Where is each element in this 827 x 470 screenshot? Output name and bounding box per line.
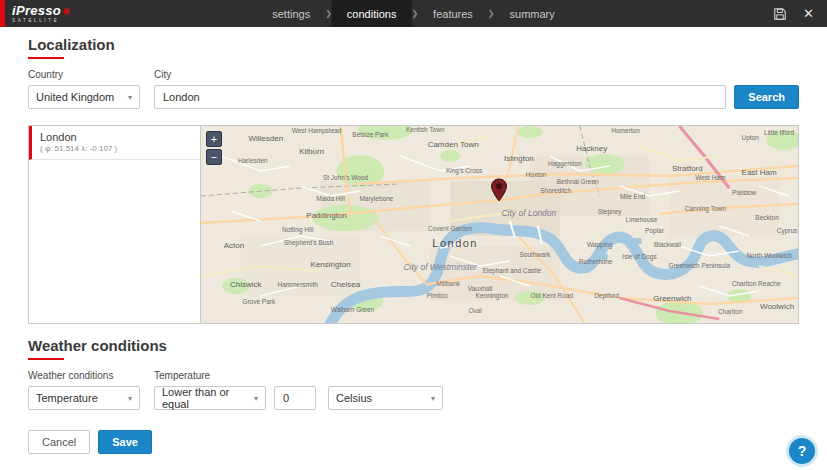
city-label: City xyxy=(154,69,726,80)
map-place-label: Limehouse xyxy=(626,216,658,223)
localization-form-row: Country United Kingdom ▾ City Search xyxy=(28,69,799,109)
weather-condition-field-group: Weather conditions Temperature ▾ xyxy=(28,370,140,410)
map-place-label: East Ham xyxy=(742,168,777,177)
map-marker-pin-icon[interactable] xyxy=(490,178,508,206)
city-input[interactable] xyxy=(154,85,726,109)
map-place-label: Isle of Dogs xyxy=(622,253,656,260)
map-widget: London ( φ: 51.514 λ: -0.107 ) xyxy=(28,125,799,324)
map-place-label: Little Ilford xyxy=(764,129,794,136)
weather-condition-select[interactable]: Temperature ▾ xyxy=(28,386,140,410)
map-place-label: Chelsea xyxy=(331,280,360,289)
map-place-label: Belsize Park xyxy=(352,131,388,138)
map-place-label: Chiswick xyxy=(230,280,262,289)
map-place-label: Haggerston xyxy=(548,159,582,166)
map-place-label: Grove Park xyxy=(242,298,275,305)
map-result-name: London xyxy=(40,131,192,143)
weather-condition-select-value: Temperature xyxy=(36,392,98,404)
chevron-down-icon: ▾ xyxy=(423,394,435,403)
country-label: Country xyxy=(28,69,140,80)
chevron-down-icon: ▾ xyxy=(120,93,132,102)
map-place-label: London xyxy=(432,237,478,249)
header-actions: ✕ xyxy=(773,7,827,21)
temperature-label: Temperature xyxy=(154,370,266,381)
map-place-label: Blackwall xyxy=(654,241,681,248)
map-place-label: Wapping xyxy=(587,241,612,248)
map-place-label: Southwark xyxy=(520,251,551,258)
map-place-label: Poplar xyxy=(645,227,664,234)
breadcrumb-item-summary[interactable]: summary xyxy=(495,0,570,27)
map-place-label: Islington xyxy=(504,154,534,163)
map-place-label: St John's Wood xyxy=(323,174,368,181)
map-place-label: Stratford xyxy=(672,164,703,173)
breadcrumb: settings❯conditions❯features❯summary xyxy=(257,0,570,27)
temperature-comparator-select[interactable]: Lower than or equal ▾ xyxy=(154,386,266,410)
save-button[interactable]: Save xyxy=(98,430,152,454)
map-place-label: Marylebone xyxy=(359,194,393,201)
map-place-label: Kilburn xyxy=(299,147,324,156)
map-place-label: Vauxhall xyxy=(468,285,492,292)
heading-accent xyxy=(28,57,64,59)
map-place-label: Woolwich xyxy=(760,302,794,311)
weather-title: Weather conditions xyxy=(28,336,799,356)
help-button[interactable]: ? xyxy=(789,438,815,464)
temperature-field-group: Temperature Lower than or equal ▾ xyxy=(154,370,266,410)
logo-text: iPresso xyxy=(12,3,61,18)
map-zoom-in-button[interactable]: + xyxy=(206,131,222,147)
map-place-label: Greenwich xyxy=(653,294,691,303)
map-place-label: Walham Green xyxy=(331,306,374,313)
map-place-label: Notting Hill xyxy=(282,226,313,233)
map-place-label: Plaistow xyxy=(732,188,756,195)
map-place-label: Harlesden xyxy=(238,156,268,163)
top-bar: iPresso✳ SATELLITE settings❯conditions❯f… xyxy=(0,0,827,27)
breadcrumb-separator-icon: ❯ xyxy=(488,9,495,18)
map-zoom-out-button[interactable]: − xyxy=(206,149,222,165)
country-select-value: United Kingdom xyxy=(36,91,114,103)
temperature-unit-select[interactable]: Celsius ▾ xyxy=(328,386,443,410)
search-button[interactable]: Search xyxy=(734,85,799,109)
map-result-coordinates: ( φ: 51.514 λ: -0.107 ) xyxy=(40,144,192,153)
map-canvas[interactable]: West HampsteadBelsize ParkKentish TownHo… xyxy=(201,126,798,323)
map-place-label: Greenwich Peninsula xyxy=(669,261,730,268)
map-place-label: Hammersmith xyxy=(277,281,317,288)
breadcrumb-item-settings[interactable]: settings xyxy=(257,0,325,27)
map-place-label: Millbank xyxy=(436,280,460,287)
temperature-unit-value: Celsius xyxy=(336,392,372,404)
temperature-comparator-value: Lower than or equal xyxy=(162,386,246,410)
map-place-label: West Hampstead xyxy=(292,127,342,134)
map-place-label: Pimlico xyxy=(427,292,448,299)
close-icon[interactable]: ✕ xyxy=(803,7,814,20)
save-icon[interactable] xyxy=(773,7,787,21)
map-place-label: Kentish Town xyxy=(406,126,445,133)
temperature-value-input[interactable] xyxy=(274,386,316,410)
map-place-label: Hoxton xyxy=(526,171,547,178)
map-place-label: Canning Town xyxy=(685,205,726,212)
localization-title: Localization xyxy=(28,35,799,55)
breadcrumb-separator-icon: ❯ xyxy=(411,9,418,18)
logo-subtitle: SATELLITE xyxy=(12,19,71,24)
breadcrumb-item-features[interactable]: features xyxy=(418,0,488,27)
heading-accent xyxy=(28,358,64,360)
map-place-label: City of Westminster xyxy=(403,262,477,272)
breadcrumb-separator-icon: ❯ xyxy=(325,9,332,18)
map-place-label: Maida Hill xyxy=(316,194,345,201)
country-select[interactable]: United Kingdom ▾ xyxy=(28,85,140,109)
map-place-label: Hackney xyxy=(576,144,607,153)
brand-accent-bar xyxy=(0,0,5,27)
breadcrumb-item-conditions[interactable]: conditions xyxy=(332,0,412,27)
map-zoom-controls: + − xyxy=(206,131,222,165)
map-place-label: Upton xyxy=(741,134,758,141)
map-place-label: Shepherd's Bush xyxy=(284,239,333,246)
cancel-button[interactable]: Cancel xyxy=(28,430,90,454)
map-place-label: Elephant and Castle xyxy=(483,266,542,273)
map-place-label: Shoreditch xyxy=(540,187,571,194)
weather-condition-label: Weather conditions xyxy=(28,370,140,381)
map-results-panel: London ( φ: 51.514 λ: -0.107 ) xyxy=(29,126,201,323)
map-result-item[interactable]: London ( φ: 51.514 λ: -0.107 ) xyxy=(29,126,200,160)
map-place-label: King's Cross xyxy=(446,167,482,174)
footer-actions: Cancel Save xyxy=(28,430,799,454)
weather-form-row: Weather conditions Temperature ▾ Tempera… xyxy=(28,370,799,410)
map-place-label: Kennington xyxy=(476,292,509,299)
main-content: Localization Country United Kingdom ▾ Ci… xyxy=(0,27,827,454)
map-place-label: Homerton xyxy=(611,127,640,134)
map-place-label: West Ham xyxy=(695,174,725,181)
